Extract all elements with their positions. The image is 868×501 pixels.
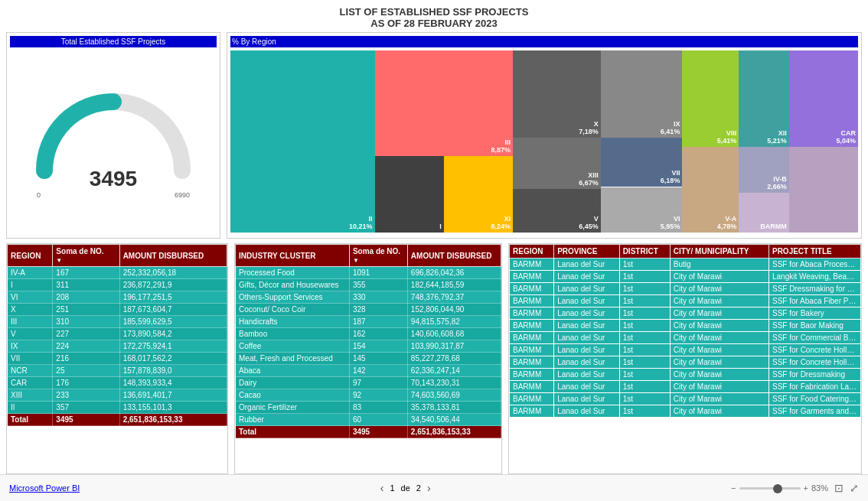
region-table-row: VII216168,017,562,2	[8, 353, 227, 365]
zoom-slider-thumb[interactable]	[773, 484, 782, 493]
proj-title-header: PROJECT TITLE	[768, 245, 860, 259]
page-total: 2	[416, 483, 421, 493]
sort-arrow-industry: ▼	[353, 257, 359, 264]
tm-VI[interactable]: VI5,95%	[601, 187, 683, 233]
region-table-row: I311236,872,291,9	[8, 279, 227, 291]
tm-III[interactable]: III8,87%	[375, 50, 513, 156]
projects-table-row: BARMMLanao del Sur1stCity of MarawiSSF f…	[510, 405, 861, 418]
tm-BARMM[interactable]: BARMM	[739, 193, 789, 233]
tm-IX[interactable]: IX6,41%	[601, 50, 683, 138]
industry-soma-header: Soma de NO.▼	[349, 245, 407, 267]
page-title-line2: AS OF 28 FEBRUARY 2023	[0, 18, 868, 29]
projects-table-row: BARMMLanao del Sur1stCity of MarawiSSF f…	[510, 356, 861, 369]
tm-CAR-bottom	[789, 147, 858, 233]
treemap-panel: % By Region II10,21% III8,87% I	[227, 32, 862, 239]
proj-region-header: REGION	[510, 245, 554, 259]
projects-table-row: BARMMLanao del Sur1stCity of MarawiSSF f…	[510, 381, 861, 393]
zoom-value: 83%	[811, 483, 828, 493]
projects-table-row: BARMMLanao del Sur1stCity of MarawiLangk…	[510, 271, 861, 283]
industry-table-row: Dairy9770,143,230,31	[236, 377, 501, 389]
region-amount-header: AMOUNT DISBURSED	[119, 245, 227, 267]
projects-table-row: BARMMLanao del Sur1stCity of MarawiSSF f…	[510, 307, 861, 320]
industry-table-row: Organic Fertilizer8335,378,133,81	[236, 402, 501, 414]
industry-table-row: Meat, Fresh and Processed14585,227,278,6…	[236, 353, 501, 365]
projects-table-scroll[interactable]: REGION PROVINCE DISTRICT CITY/ MUNICIPAL…	[509, 244, 861, 473]
tm-XIII[interactable]: XIII6,67%	[513, 138, 601, 189]
tm-X[interactable]: X7,18%	[513, 50, 601, 138]
projects-table-row: BARMMLanao del Sur1stCity of MarawiSSF f…	[510, 332, 861, 344]
bottom-section: REGION Soma de NO.▼ AMOUNT DISBURSED IV-…	[6, 243, 862, 474]
tm-IVB[interactable]: IV-B2,66%	[739, 147, 789, 193]
tm-V[interactable]: V6,45%	[513, 189, 601, 233]
industry-table-panel: INDUSTRY CLUSTER Soma de NO.▼ AMOUNT DIS…	[234, 243, 502, 474]
industry-table-row: Abaca14262,336,247,14	[236, 365, 501, 377]
industry-col-header: INDUSTRY CLUSTER	[236, 245, 350, 267]
next-page-button[interactable]: ›	[427, 482, 431, 494]
footer-right: − + 83% ⊡ ⤢	[731, 482, 859, 494]
industry-table-row: Others-Support Services330748,376,792,37	[236, 291, 501, 304]
tm-VIII[interactable]: VIII5,41%	[682, 50, 739, 147]
industry-amount-header: AMOUNT DISBURSED	[407, 245, 501, 267]
treemap-title: % By Region	[230, 36, 858, 47]
page-navigation: ‹ 1 de 2 ›	[380, 482, 431, 494]
gauge-labels: 0 6990	[37, 191, 190, 199]
projects-table-row: BARMMLanao del Sur1stCity of MarawiSSF f…	[510, 295, 861, 307]
zoom-slider-track[interactable]	[739, 487, 801, 490]
powerbi-link[interactable]: Microsoft Power BI	[9, 483, 80, 493]
main-content: Total Established SSF Projects 3495 0 69…	[0, 32, 868, 474]
projects-table-row: BARMMLanao del Sur1stCity of MarawiSSF f…	[510, 320, 861, 332]
industry-table-scroll[interactable]: INDUSTRY CLUSTER Soma de NO.▼ AMOUNT DIS…	[235, 244, 501, 473]
region-table-row: V227173,890,584,2	[8, 328, 227, 340]
region-table-row: CAR176148,393,933,4	[8, 377, 227, 389]
proj-province-header: PROVINCE	[554, 245, 620, 259]
fullscreen-icon[interactable]: ⤢	[850, 482, 859, 494]
industry-table-row: Gifts, Décor and Housewares355182,644,18…	[236, 279, 501, 291]
page-current: 1	[390, 483, 394, 493]
region-table-row: IX224172,275,924,1	[8, 340, 227, 353]
tm-VII[interactable]: VII6,18%	[601, 138, 683, 187]
projects-table-panel: REGION PROVINCE DISTRICT CITY/ MUNICIPAL…	[508, 243, 862, 474]
tm-I[interactable]: I	[375, 156, 444, 233]
tm-VA[interactable]: V-A4,78%	[682, 147, 739, 233]
industry-table: INDUSTRY CLUSTER Soma de NO.▼ AMOUNT DIS…	[235, 244, 501, 438]
region-table-row: IV-A167252,332,056,18	[8, 267, 227, 279]
projects-table-row: BARMMLanao del Sur1stButigSSF for Abaca …	[510, 259, 861, 271]
footer: Microsoft Power BI ‹ 1 de 2 › − + 83% ⊡ …	[0, 474, 868, 501]
region-table-row: VI208196,177,251,5	[8, 291, 227, 304]
zoom-minus[interactable]: −	[731, 483, 736, 493]
prev-page-button[interactable]: ‹	[380, 482, 384, 494]
projects-table-row: BARMMLanao del Sur1stCity of MarawiSSF D…	[510, 283, 861, 295]
zoom-controls: − + 83%	[731, 483, 828, 493]
tm-XI[interactable]: XI8,24%	[444, 156, 513, 233]
industry-table-row: Bamboo162140,606,608,68	[236, 328, 501, 340]
tm-XII[interactable]: XII5,21%	[739, 50, 789, 147]
region-table-row: X251187,673,604,7	[8, 304, 227, 316]
gauge-min: 0	[37, 191, 41, 199]
projects-table-row: BARMMLanao del Sur1stCity of MarawiSSF f…	[510, 393, 861, 405]
region-table-scroll[interactable]: REGION Soma de NO.▼ AMOUNT DISBURSED IV-…	[7, 244, 227, 473]
projects-table: REGION PROVINCE DISTRICT CITY/ MUNICIPAL…	[509, 244, 861, 418]
treemap-inner: II10,21% III8,87% I XI8,24%	[230, 50, 858, 233]
tm-CAR[interactable]: CAR5,04%	[789, 50, 858, 147]
gauge-max: 6990	[175, 191, 190, 199]
industry-table-row: Handicrafts18794,815,575,82	[236, 316, 501, 328]
industry-table-row: Coconut/ Coco Coir328152,806,044,90	[236, 304, 501, 316]
industry-total-row: Total34952,651,836,153,33	[236, 426, 501, 438]
region-soma-header: Soma de NO.▼	[53, 245, 119, 267]
page-separator: de	[401, 483, 410, 493]
tm-II[interactable]: II10,21%	[230, 50, 375, 233]
projects-table-row: BARMMLanao del Sur1stCity of MarawiSSF f…	[510, 344, 861, 356]
sort-arrow-region: ▼	[56, 257, 62, 264]
region-table-row: II357133,155,101,3	[8, 402, 227, 414]
industry-table-row: Rubber6034,540,506,44	[236, 414, 501, 426]
top-section: Total Established SSF Projects 3495 0 69…	[6, 32, 862, 239]
region-table-row: XIII233136,691,401,7	[8, 389, 227, 402]
proj-district-header: DISTRICT	[619, 245, 670, 259]
gauge-panel: Total Established SSF Projects 3495 0 69…	[6, 32, 220, 239]
fit-page-icon[interactable]: ⊡	[834, 482, 844, 494]
footer-left: Microsoft Power BI	[9, 483, 80, 493]
proj-city-header: CITY/ MUNICIPALITY	[670, 245, 768, 259]
zoom-plus[interactable]: +	[804, 483, 808, 493]
page-title-line1: LIST OF ESTABLISHED SSF PROJECTS	[0, 6, 868, 18]
projects-table-row: BARMMLanao del Sur1stCity of MarawiSSF f…	[510, 369, 861, 381]
